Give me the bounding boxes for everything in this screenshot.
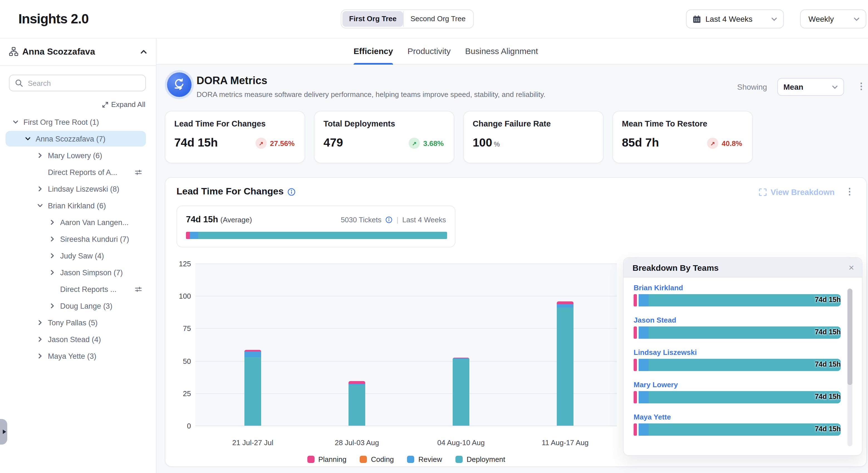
y-axis-tick-label: 25 [169,389,191,398]
metric-card: Mean Time To Restore85d 7h↗40.8% [613,111,753,163]
chevron-right-icon[interactable] [36,320,44,325]
sidebar-tree-item[interactable]: Jason Stead (4) [0,331,156,348]
dora-section-title: DORA Metrics [196,75,267,87]
chart-bar[interactable] [557,302,574,426]
legend-swatch [307,456,314,463]
tree-item-label: Jason Simpson (7) [60,268,123,276]
metric-card: Change Failure Rate100% [463,111,603,163]
tree-item-label: Sireesha Kunduri (7) [60,235,129,243]
chevron-right-icon[interactable] [36,336,44,342]
chevron-down-icon [854,16,860,22]
info-icon[interactable] [287,187,296,196]
breakdown-bar-segment-review [639,391,649,403]
chevron-right-icon[interactable] [48,236,57,242]
metric-card: Total Deployments479↗3.68% [314,111,454,163]
sidebar-tree-item[interactable]: Maya Yette (3) [0,348,156,364]
sidebar-tree-item[interactable]: Lindsay Liszewski (8) [0,180,156,197]
chevron-down-icon[interactable] [36,203,44,208]
chevron-down-icon [771,16,777,22]
bar-segment-deployment [244,357,261,426]
chevron-right-icon[interactable] [36,153,44,158]
y-axis-tick-label: 100 [169,292,191,300]
sidebar-tree-item[interactable]: Mary Lowery (6) [0,147,156,164]
breakdown-bar-segment-planning [633,359,637,371]
showing-mean-select[interactable]: Mean [777,78,844,96]
breakdown-scrollbar-track[interactable] [847,289,852,446]
sidebar-tree-item[interactable]: First Org Tree Root (1) [0,114,156,130]
sidebar-tree-item[interactable]: Aaron Van Langen... [0,214,156,231]
metric-card-value: 74d 15h [174,136,218,149]
chevron-down-icon[interactable] [11,119,20,125]
sidebar-tree-item[interactable]: Direct Reports ... [0,281,156,297]
chevron-right-icon[interactable] [36,186,44,191]
tickets-count: 5030 Tickets [341,216,381,224]
breakdown-team-name-link[interactable]: Maya Yette [633,413,841,421]
expand-corners-icon [759,188,767,196]
info-icon[interactable] [385,216,393,224]
chevron-down-icon[interactable] [23,136,32,142]
sidebar-tree-item[interactable]: Direct Reports of A... [0,164,156,180]
gridline [195,264,617,264]
org-tree-toggle-option[interactable]: First Org Tree [342,11,403,27]
tab-business-alignment[interactable]: Business Alignment [465,38,538,64]
trend-up-arrow-icon: ↗ [255,138,267,149]
legend-item-review: Review [407,455,442,464]
y-axis-tick-label: 75 [169,325,191,333]
metric-card-title: Mean Time To Restore [622,119,743,128]
tree-item-label: Mary Lowery (6) [48,151,102,159]
lead-time-kebab-menu[interactable]: ⋮ [845,187,854,196]
breakdown-team-value: 74d 15h [815,393,841,401]
tree-item-label: Doug Lange (3) [60,302,113,310]
sidebar-tree-item[interactable]: Anna Scozzafava (7) [0,130,156,147]
dora-kebab-menu[interactable]: ⋮ [857,82,866,91]
breakdown-team-name-link[interactable]: Lindsay Liszewski [633,348,841,357]
gridline [195,426,617,426]
sidebar-tree-item[interactable]: Jason Simpson (7) [0,264,156,281]
sidebar-tree-item[interactable]: Tony Pallas (5) [0,314,156,331]
search-input[interactable] [27,78,140,88]
breakdown-team-name-link[interactable]: Mary Lowery [633,381,841,389]
tab-efficiency[interactable]: Efficiency [353,38,393,64]
average-bar-segment-deployment [198,232,447,239]
sidebar-tree-item[interactable]: Sireesha Kunduri (7) [0,231,156,247]
tab-productivity[interactable]: Productivity [408,38,451,64]
breakdown-team-row: Maya Yette74d 15h [633,413,841,436]
breakdown-team-name-link[interactable]: Brian Kirkland [633,284,841,292]
view-breakdown-button[interactable]: View Breakdown [759,188,835,197]
filter-sliders-icon[interactable] [135,169,142,176]
sidebar-tree-item[interactable]: Doug Lange (3) [0,297,156,314]
granularity-select[interactable]: Weekly [800,9,866,28]
metric-cards: Lead Time For Changes74d 15h↗27.56%Total… [165,111,753,163]
chevron-right-icon[interactable] [48,270,57,275]
breakdown-bar-segment-planning [633,423,637,436]
sidebar-tree-item[interactable]: Judy Saw (4) [0,247,156,264]
chart-bar[interactable] [348,381,365,426]
breakdown-scrollbar-thumb[interactable] [847,289,852,385]
legend-swatch [360,456,367,463]
chevron-right-icon[interactable] [48,303,57,309]
average-bar-segment-review [190,232,198,239]
org-tree-toggle-option[interactable]: Second Org Tree [404,11,472,27]
breakdown-team-row: Brian Kirkland74d 15h [633,284,841,306]
chart-bar[interactable] [453,358,469,426]
close-icon[interactable]: × [848,263,854,272]
filter-sliders-icon[interactable] [135,286,142,293]
sidebar-collapse-handle[interactable] [0,419,7,445]
calendar-icon [693,15,701,23]
average-stacked-bar [186,232,447,239]
x-axis-tick-label: 04 Aug-10 Aug [416,439,505,447]
expand-all-button[interactable]: Expand All [102,100,145,109]
metric-card-title: Total Deployments [323,119,445,128]
chevron-right-icon[interactable] [48,219,57,225]
chevron-right-icon[interactable] [48,253,57,259]
org-chart-icon [9,47,19,56]
view-breakdown-label: View Breakdown [771,188,835,197]
date-range-select[interactable]: Last 4 Weeks [686,9,784,28]
breakdown-team-name-link[interactable]: Jason Stead [633,316,841,324]
chevron-up-icon[interactable] [140,48,147,55]
chevron-right-icon[interactable] [36,353,44,359]
sidebar: Anna Scozzafava Expand All First Org Tre… [0,38,156,473]
bar-segment-planning [348,381,365,384]
chart-bar[interactable] [244,350,261,426]
sidebar-tree-item[interactable]: Brian Kirkland (6) [0,197,156,214]
